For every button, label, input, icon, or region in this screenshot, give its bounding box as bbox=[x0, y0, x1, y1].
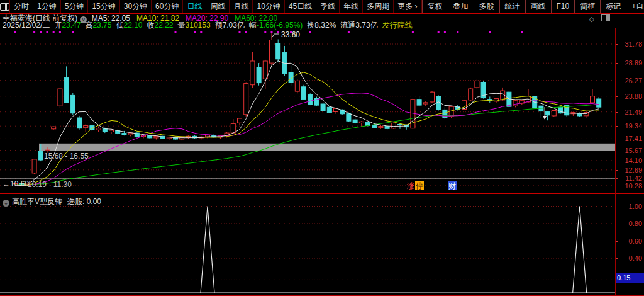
candle-body bbox=[359, 122, 364, 123]
indicator-axis-label: 0.60 bbox=[629, 237, 642, 245]
candle-body bbox=[469, 89, 473, 100]
period-tab-14[interactable]: 多周期 bbox=[363, 0, 394, 13]
price-axis-label: 14.10 bbox=[625, 157, 642, 164]
low-annotation: ←10.60 bbox=[3, 179, 29, 188]
period-tab-9[interactable]: 月线 bbox=[230, 0, 253, 13]
price-axis-label: 19.34 bbox=[625, 122, 642, 130]
indicator-name[interactable]: 高胜率V型反转 bbox=[12, 197, 62, 206]
period-tab-12[interactable]: 季线 bbox=[316, 0, 340, 13]
indicator-panel[interactable] bbox=[0, 194, 615, 295]
toolbar-button-4[interactable]: 统计 bbox=[499, 0, 525, 13]
candle-body bbox=[430, 92, 435, 102]
toolbar-button-6[interactable]: F10 bbox=[551, 0, 575, 13]
price-axis-label: 15.67 bbox=[625, 147, 642, 154]
period-tab-8[interactable]: 周线 bbox=[206, 0, 230, 13]
candle-body bbox=[154, 136, 158, 138]
price-axis-label: 31.78 bbox=[625, 40, 642, 48]
indicator-axis: 1.000.800.600.400.15 bbox=[615, 194, 644, 295]
bottom-tag[interactable]: 涨 bbox=[406, 181, 415, 190]
candle-body bbox=[122, 134, 126, 135]
candle-body bbox=[45, 150, 50, 151]
candle-body bbox=[231, 123, 235, 133]
bottom-tag[interactable]: 财 bbox=[448, 181, 457, 190]
candle-body bbox=[558, 107, 563, 113]
event-dot bbox=[14, 31, 16, 33]
toolbar-button-2[interactable]: 叠加 bbox=[448, 0, 474, 13]
candle-body bbox=[244, 84, 248, 115]
candle-body bbox=[52, 127, 56, 129]
candle-body bbox=[257, 68, 261, 83]
event-dot bbox=[444, 31, 446, 33]
period-tab-2[interactable]: 1分钟 bbox=[33, 0, 61, 13]
period-tab-10[interactable]: 10分钟 bbox=[253, 0, 284, 13]
toolbar-button-3[interactable]: 多股 bbox=[474, 0, 499, 13]
candle-body bbox=[545, 112, 550, 115]
event-dot bbox=[277, 31, 279, 33]
candle-body bbox=[347, 114, 351, 122]
candle-body bbox=[58, 89, 62, 106]
window-layout-icon[interactable] bbox=[0, 0, 10, 13]
event-dot bbox=[412, 31, 414, 33]
candle-body bbox=[391, 123, 396, 128]
collapse-icon[interactable]: ⌄ bbox=[3, 200, 9, 207]
price-axis-label: 17.41 bbox=[625, 135, 642, 142]
axis-separator bbox=[615, 28, 616, 295]
bottom-tag[interactable]: 停 bbox=[415, 181, 424, 190]
event-dot bbox=[264, 31, 266, 33]
period-tab-6[interactable]: 60分钟 bbox=[152, 0, 183, 13]
toolbar-action-bar: 复权叠加多股统计画线F10简框标记+自选返回 bbox=[422, 0, 644, 13]
candle-body bbox=[302, 87, 306, 100]
candle-body bbox=[327, 107, 331, 112]
toolbar-button-9[interactable]: +自选 bbox=[626, 0, 644, 13]
band-annotation: 15.68 - 16.55 bbox=[44, 152, 89, 161]
candle-body bbox=[398, 125, 402, 125]
candle-body bbox=[263, 61, 267, 79]
toolbar-button-5[interactable]: 画线 bbox=[525, 0, 551, 13]
main-chart-area[interactable]: 33.6015.68 - 16.55←10.6010.19 - 11.30 bbox=[0, 28, 615, 193]
period-tab-5[interactable]: 30分钟 bbox=[120, 0, 152, 13]
candle-body bbox=[128, 133, 133, 135]
candle-body bbox=[385, 127, 389, 129]
right-border bbox=[643, 14, 643, 295]
period-tab-15[interactable]: 更多 › bbox=[394, 0, 421, 13]
candle-body bbox=[475, 81, 479, 88]
toolbar-button-1[interactable]: 复权 bbox=[422, 0, 448, 13]
candle-body bbox=[353, 120, 357, 123]
candle-body bbox=[96, 128, 101, 130]
candle-body bbox=[417, 100, 421, 105]
event-dot bbox=[521, 31, 523, 33]
event-dot bbox=[33, 31, 35, 33]
indicator-axis-label: 0.40 bbox=[629, 254, 642, 262]
low-range-annotation: 10.19 - 11.30 bbox=[28, 180, 72, 189]
event-dot bbox=[47, 31, 48, 33]
period-tab-1[interactable]: 分时 bbox=[10, 0, 33, 13]
candle-body bbox=[38, 151, 43, 160]
candle-body bbox=[436, 97, 441, 110]
period-tab-13[interactable]: 年线 bbox=[340, 0, 363, 13]
period-tab-3[interactable]: 5分钟 bbox=[61, 0, 89, 13]
indicator-axis-label: 0.80 bbox=[629, 220, 642, 227]
price-axis-label: 10.28 bbox=[625, 182, 642, 190]
signal-spike bbox=[573, 207, 587, 293]
price-axis-label: 23.88 bbox=[625, 93, 642, 100]
event-dot bbox=[72, 31, 74, 33]
candle-body bbox=[276, 43, 280, 59]
event-dot bbox=[309, 31, 311, 33]
candle-body bbox=[443, 110, 447, 118]
period-tab-11[interactable]: 45日线 bbox=[285, 0, 316, 13]
price-axis: 31.7828.8926.2723.8821.4919.3417.4115.67… bbox=[615, 28, 644, 194]
candle-body bbox=[77, 118, 82, 128]
toolbar-button-7[interactable]: 简框 bbox=[574, 0, 600, 13]
event-dot bbox=[489, 31, 491, 33]
chart-bottom-tags[interactable]: 涨停财 bbox=[406, 181, 457, 190]
period-tab-4[interactable]: 15分钟 bbox=[88, 0, 119, 13]
top-toolbar: 分时1分钟5分钟15分钟30分钟60分钟日线周线月线10分钟45日线季线年线多周… bbox=[0, 0, 644, 14]
toolbar-button-8[interactable]: 标记 bbox=[600, 0, 626, 13]
tdx-stock-app: 分时1分钟5分钟15分钟30分钟60分钟日线周线月线10分钟45日线季线年线多周… bbox=[0, 0, 644, 296]
price-axis-label: 28.89 bbox=[625, 59, 642, 67]
period-tab-7[interactable]: 日线 bbox=[183, 0, 206, 13]
period-tab-bar: 分时1分钟5分钟15分钟30分钟60分钟日线周线月线10分钟45日线季线年线多周… bbox=[10, 0, 422, 13]
ex-rights-arrowhead-icon bbox=[543, 116, 547, 120]
split-window-icon[interactable] bbox=[601, 14, 610, 21]
candle-body bbox=[372, 126, 377, 128]
